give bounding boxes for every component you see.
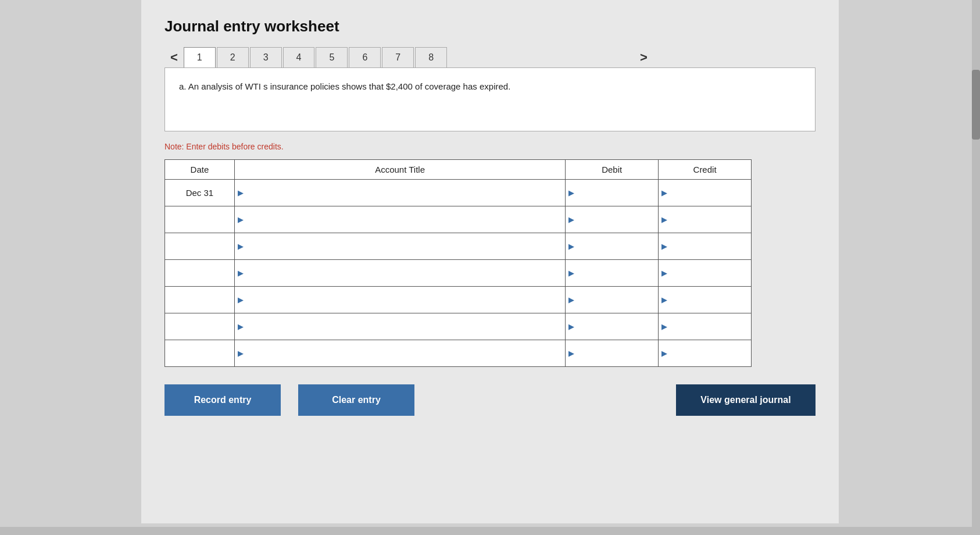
debit-input-3[interactable] bbox=[577, 233, 658, 259]
view-general-journal-button[interactable]: View general journal bbox=[676, 384, 816, 416]
date-cell-4 bbox=[165, 260, 235, 287]
tabs-row: < 1 2 3 4 5 6 7 8 > bbox=[164, 47, 816, 67]
credit-cell-1[interactable]: ▶ bbox=[659, 180, 752, 206]
date-cell-2 bbox=[165, 206, 235, 233]
debit-cell-5[interactable]: ▶ bbox=[566, 287, 659, 313]
tab-4[interactable]: 4 bbox=[283, 47, 315, 67]
account-cell-3[interactable]: ▶ bbox=[234, 233, 565, 260]
description-box: a. An analysis of WTI s insurance polici… bbox=[164, 67, 816, 131]
date-cell-7 bbox=[165, 340, 235, 367]
description-text: a. An analysis of WTI s insurance polici… bbox=[179, 81, 510, 91]
date-value-1: Dec 31 bbox=[186, 188, 214, 198]
debit-cell-3[interactable]: ▶ bbox=[566, 233, 659, 260]
debit-input-1[interactable] bbox=[577, 180, 658, 206]
account-cell-6[interactable]: ▶ bbox=[234, 313, 565, 340]
credit-cell-5[interactable]: ▶ bbox=[659, 287, 752, 313]
debit-cell-2[interactable]: ▶ bbox=[566, 206, 659, 233]
debit-input-5[interactable] bbox=[577, 287, 658, 313]
credit-cell-6[interactable]: ▶ bbox=[659, 313, 752, 340]
date-cell-1: Dec 31 bbox=[165, 180, 235, 206]
arrow-icon-5: ▶ bbox=[235, 295, 246, 304]
journal-table: Date Account Title Debit Credit Dec 31 ▶ bbox=[164, 159, 752, 367]
debit-input-7[interactable] bbox=[577, 340, 658, 366]
date-cell-6 bbox=[165, 313, 235, 340]
arrow-icon-4: ▶ bbox=[235, 269, 246, 277]
credit-input-2[interactable] bbox=[670, 206, 751, 233]
arrow-icon-credit-2: ▶ bbox=[659, 215, 670, 224]
arrow-icon-debit-4: ▶ bbox=[566, 269, 577, 277]
debit-cell-1[interactable]: ▶ bbox=[566, 180, 659, 206]
tab-3[interactable]: 3 bbox=[250, 47, 282, 67]
tab-8[interactable]: 8 bbox=[415, 47, 447, 67]
arrow-icon-debit-5: ▶ bbox=[566, 295, 577, 304]
account-input-3[interactable] bbox=[246, 233, 565, 259]
main-container: Journal entry worksheet < 1 2 3 4 5 6 7 … bbox=[141, 0, 839, 523]
date-cell-5 bbox=[165, 287, 235, 313]
debit-input-2[interactable] bbox=[577, 206, 658, 233]
account-input-2[interactable] bbox=[246, 206, 565, 233]
credit-input-7[interactable] bbox=[670, 340, 751, 366]
debit-cell-6[interactable]: ▶ bbox=[566, 313, 659, 340]
scrollbar-track[interactable] bbox=[972, 0, 980, 535]
arrow-icon-debit-2: ▶ bbox=[566, 215, 577, 224]
credit-input-6[interactable] bbox=[670, 313, 751, 340]
table-row: ▶ ▶ ▶ bbox=[165, 313, 752, 340]
col-header-debit: Debit bbox=[566, 160, 659, 180]
table-row: ▶ ▶ ▶ bbox=[165, 287, 752, 313]
tab-7[interactable]: 7 bbox=[382, 47, 414, 67]
debit-cell-4[interactable]: ▶ bbox=[566, 260, 659, 287]
tab-5[interactable]: 5 bbox=[316, 47, 348, 67]
credit-input-5[interactable] bbox=[670, 287, 751, 313]
note-text: Note: Enter debits before credits. bbox=[164, 142, 816, 151]
tab-2[interactable]: 2 bbox=[217, 47, 249, 67]
arrow-icon-credit-3: ▶ bbox=[659, 242, 670, 251]
arrow-icon-debit-3: ▶ bbox=[566, 242, 577, 251]
table-row: Dec 31 ▶ ▶ ▶ bbox=[165, 180, 752, 206]
table-row: ▶ ▶ ▶ bbox=[165, 340, 752, 367]
arrow-icon-credit-1: ▶ bbox=[659, 188, 670, 197]
arrow-icon-debit-6: ▶ bbox=[566, 322, 577, 331]
credit-input-1[interactable] bbox=[670, 180, 751, 206]
credit-cell-3[interactable]: ▶ bbox=[659, 233, 752, 260]
table-row: ▶ ▶ ▶ bbox=[165, 206, 752, 233]
account-cell-5[interactable]: ▶ bbox=[234, 287, 565, 313]
scrollbar-thumb[interactable] bbox=[972, 70, 980, 140]
arrow-icon-6: ▶ bbox=[235, 322, 246, 331]
record-entry-button[interactable]: Record entry bbox=[164, 384, 281, 416]
account-input-7[interactable] bbox=[246, 340, 565, 366]
tab-6[interactable]: 6 bbox=[349, 47, 381, 67]
arrow-icon-credit-6: ▶ bbox=[659, 322, 670, 331]
tab-prev-button[interactable]: < bbox=[164, 48, 184, 67]
account-input-6[interactable] bbox=[246, 313, 565, 340]
credit-input-3[interactable] bbox=[670, 233, 751, 259]
account-input-1[interactable] bbox=[246, 180, 565, 206]
date-cell-3 bbox=[165, 233, 235, 260]
col-header-account: Account Title bbox=[234, 160, 565, 180]
page-title: Journal entry worksheet bbox=[164, 17, 816, 35]
arrow-icon-3: ▶ bbox=[235, 242, 246, 251]
bottom-scrollbar[interactable] bbox=[0, 527, 980, 535]
debit-cell-7[interactable]: ▶ bbox=[566, 340, 659, 367]
arrow-icon-2: ▶ bbox=[235, 215, 246, 224]
arrow-icon-debit-1: ▶ bbox=[566, 188, 577, 197]
account-cell-4[interactable]: ▶ bbox=[234, 260, 565, 287]
debit-input-6[interactable] bbox=[577, 313, 658, 340]
account-input-4[interactable] bbox=[246, 260, 565, 286]
account-cell-7[interactable]: ▶ bbox=[234, 340, 565, 367]
account-input-5[interactable] bbox=[246, 287, 565, 313]
credit-input-4[interactable] bbox=[670, 260, 751, 286]
credit-cell-4[interactable]: ▶ bbox=[659, 260, 752, 287]
account-cell-1[interactable]: ▶ bbox=[234, 180, 565, 206]
credit-cell-2[interactable]: ▶ bbox=[659, 206, 752, 233]
account-cell-2[interactable]: ▶ bbox=[234, 206, 565, 233]
table-row: ▶ ▶ ▶ bbox=[165, 260, 752, 287]
col-header-date: Date bbox=[165, 160, 235, 180]
credit-cell-7[interactable]: ▶ bbox=[659, 340, 752, 367]
arrow-icon-credit-5: ▶ bbox=[659, 295, 670, 304]
tab-1[interactable]: 1 bbox=[184, 47, 216, 67]
debit-input-4[interactable] bbox=[577, 260, 658, 286]
clear-entry-button[interactable]: Clear entry bbox=[298, 384, 414, 416]
tab-next-button[interactable]: > bbox=[634, 48, 653, 67]
arrow-icon-7: ▶ bbox=[235, 349, 246, 358]
buttons-row: Record entry Clear entry View general jo… bbox=[164, 384, 816, 416]
